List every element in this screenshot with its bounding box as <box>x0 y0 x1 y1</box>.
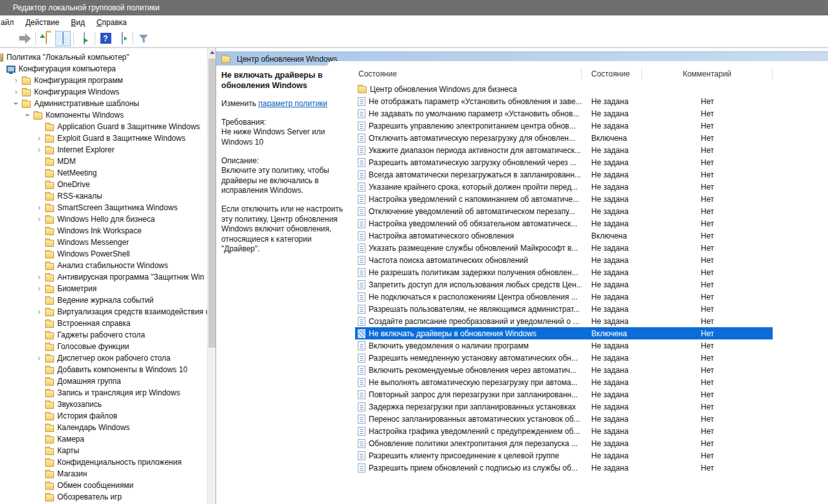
tree-item[interactable]: ›Магазин <box>0 468 207 480</box>
tree-item[interactable]: ›Exploit Guard в Защитнике Windows <box>0 132 207 144</box>
scroll-thumb[interactable] <box>208 59 216 348</box>
tree-item[interactable]: ›Windows Ink Workspace <box>0 225 207 237</box>
collapsed-chevron-icon[interactable]: › <box>33 285 45 292</box>
setting-row[interactable]: Отключение уведомлений об автоматическом… <box>355 205 773 217</box>
setting-row[interactable]: Отключить автоматическую перезагрузку дл… <box>355 132 773 144</box>
collapsed-chevron-icon[interactable]: › <box>33 309 45 315</box>
setting-row[interactable]: Не включать драйверы в обновления Window… <box>355 327 773 339</box>
setting-row[interactable]: Настройка автоматического обновленияВклю… <box>355 230 773 242</box>
extended-view-button[interactable] <box>115 31 130 46</box>
setting-row[interactable]: Настройка уведомлений с напоминанием об … <box>355 193 773 205</box>
setting-row[interactable]: Настройка уведомлений об обязательном ав… <box>355 217 773 230</box>
tree-item[interactable]: ›Гаджеты рабочего стола <box>0 329 207 341</box>
tree-item[interactable]: ›Календарь Windows <box>0 422 207 433</box>
tree-item[interactable]: ›Конфигурация Windows <box>0 86 207 98</box>
tree-item[interactable]: ›Запись и трансляция игр Windows <box>0 387 207 399</box>
tree-item[interactable]: ›SmartScreen Защитника Windows <box>0 202 207 213</box>
tree-scrollbar[interactable] <box>207 48 216 504</box>
setting-row[interactable]: Укажите диапазон периода активности для … <box>355 144 773 156</box>
menu-item-действие[interactable]: Действие <box>19 16 65 29</box>
tree-item[interactable]: ›Карты <box>0 445 207 456</box>
column-header-2[interactable]: Комментарий <box>642 68 773 79</box>
tree-item[interactable]: ›Application Guard в Защитнике Windows <box>0 121 207 132</box>
setting-row[interactable]: Не выполнять автоматическую перезагрузку… <box>355 376 773 388</box>
setting-row[interactable]: Включить рекомендуемые обновления через … <box>355 364 773 376</box>
setting-row[interactable]: Указание крайнего срока, который должен … <box>355 181 773 193</box>
tree-item[interactable]: ›MDM <box>0 156 207 167</box>
collapsed-chevron-icon[interactable]: › <box>33 204 45 211</box>
scroll-up-icon[interactable] <box>210 51 215 54</box>
column-header-1[interactable]: Состояние <box>582 68 642 79</box>
collapsed-chevron-icon[interactable]: › <box>33 274 45 280</box>
tree-item[interactable]: ›Встроенная справка <box>0 318 207 329</box>
setting-row[interactable]: Частота поиска автоматических обновлений… <box>355 254 773 266</box>
export-list-button[interactable] <box>77 31 92 46</box>
tree-item[interactable]: ›Звукозапись <box>0 399 207 410</box>
setting-row[interactable]: Не задавать по умолчанию параметр «Устан… <box>355 107 773 120</box>
tree-item[interactable]: ›Добавить компоненты в Windows 10 <box>0 364 207 375</box>
menu-item-айл[interactable]: айл <box>0 16 19 29</box>
tree-item[interactable]: ›RSS-каналы <box>0 190 207 202</box>
up-one-level-folder-button[interactable] <box>39 31 54 46</box>
setting-row[interactable]: Не отображать параметр «Установить обнов… <box>355 95 773 107</box>
tree-item[interactable]: ›Компоненты Windows <box>0 109 207 121</box>
back-button[interactable] <box>1 31 16 46</box>
tree-item[interactable]: ›Windows PowerShell <box>0 248 207 260</box>
setting-row[interactable]: Включить уведомления о наличии программН… <box>355 339 773 352</box>
collapsed-chevron-icon[interactable]: › <box>33 216 45 222</box>
tree-item[interactable]: ›Анализ стабильности Windows <box>0 260 207 271</box>
tree-item[interactable]: ›Обмен сообщениями <box>0 480 207 491</box>
tree-item[interactable]: ›Internet Explorer <box>0 144 207 156</box>
forward-button[interactable] <box>17 31 33 46</box>
collapsed-chevron-icon[interactable]: › <box>33 147 45 153</box>
tree-item[interactable]: ›Административные шаблоны <box>0 98 207 109</box>
setting-row[interactable]: Разрешить управлению электропитанием цен… <box>355 120 773 132</box>
menu-item-вид[interactable]: Вид <box>65 16 91 29</box>
tree-item[interactable]: ›Диспетчер окон рабочего стола <box>0 352 207 364</box>
policy-setting-link[interactable]: параметр политики <box>258 99 327 108</box>
setting-row[interactable]: Настройка графика уведомлений с предупре… <box>355 425 773 437</box>
collapsed-chevron-icon[interactable]: › <box>33 135 45 141</box>
menu-item-справка[interactable]: Справка <box>91 16 133 29</box>
tree-item[interactable]: ›Антивирусная программа "Защитник Win <box>0 271 207 283</box>
tree-item[interactable]: ›Домашняя группа <box>0 375 207 387</box>
tree-item[interactable]: ›Конфигурация программ <box>0 75 207 86</box>
tree-item[interactable]: ›История файлов <box>0 410 207 422</box>
tree-item[interactable]: ›OneDrive <box>0 179 207 190</box>
tree-item[interactable]: ›Виртуализация средств взаимодействия с <box>0 306 207 318</box>
collapsed-chevron-icon[interactable]: › <box>10 77 22 84</box>
setting-row[interactable]: Перенос запланированных автоматических у… <box>355 413 773 425</box>
setting-row[interactable]: Создайте расписание преобразований и уве… <box>355 315 773 327</box>
collapsed-chevron-icon[interactable]: › <box>10 89 22 95</box>
setting-row[interactable]: Разрешить немедленную установку автомати… <box>355 352 773 364</box>
tree-item[interactable]: ›Ведение журнала событий <box>0 294 207 306</box>
expanded-chevron-icon[interactable]: › <box>24 109 31 121</box>
tree-item[interactable]: ›Обозреватель игр <box>0 491 207 503</box>
column-header-0[interactable]: Состояние <box>355 68 582 79</box>
tree-item[interactable]: ›NetMeeting <box>0 167 207 179</box>
filter-button[interactable] <box>136 31 151 46</box>
setting-row[interactable]: Указать размещение службы обновлений Май… <box>355 242 773 254</box>
setting-row[interactable]: Разрешать пользователям, не являющимся а… <box>355 303 773 315</box>
tree-item[interactable]: Конфигурация компьютера <box>0 63 207 75</box>
tree-item[interactable]: ›Windows Hello для бизнеса <box>0 213 207 225</box>
setting-row[interactable]: Повторный запрос для перезагрузки при за… <box>355 388 773 401</box>
tree-item[interactable]: Политика "Локальный компьютер" <box>0 51 207 63</box>
tree-item[interactable]: ›Камера <box>0 433 207 445</box>
tree-item[interactable]: ›Windows Messenger <box>0 237 207 248</box>
collapsed-chevron-icon[interactable]: › <box>33 355 45 361</box>
setting-row[interactable]: Не разрешать политикам задержки получени… <box>355 266 773 278</box>
setting-row[interactable]: Не подключаться к расположениям Центра о… <box>355 291 773 303</box>
setting-row[interactable]: Центр обновления Windows для бизнеса <box>355 83 773 95</box>
tree-item[interactable]: ›Конфиденциальность приложения <box>0 456 207 468</box>
tree-item[interactable]: ›Голосовые функции <box>0 341 207 352</box>
setting-row[interactable]: Задержка перезагрузки при запланированны… <box>355 401 773 413</box>
help-button[interactable]: ? <box>98 31 113 46</box>
setting-row[interactable]: Разрешить автоматическую загрузку обновл… <box>355 156 773 168</box>
expanded-chevron-icon[interactable]: › <box>13 98 19 109</box>
setting-row[interactable]: Обновление политики электропитания для п… <box>355 437 773 449</box>
tree-item[interactable]: ›Биометрия <box>0 283 207 294</box>
show-console-tree-button[interactable] <box>55 31 71 46</box>
setting-row[interactable]: Разрешить клиенту присоединение к целево… <box>355 449 773 462</box>
setting-row[interactable]: Всегда автоматически перезагружаться в з… <box>355 168 773 181</box>
